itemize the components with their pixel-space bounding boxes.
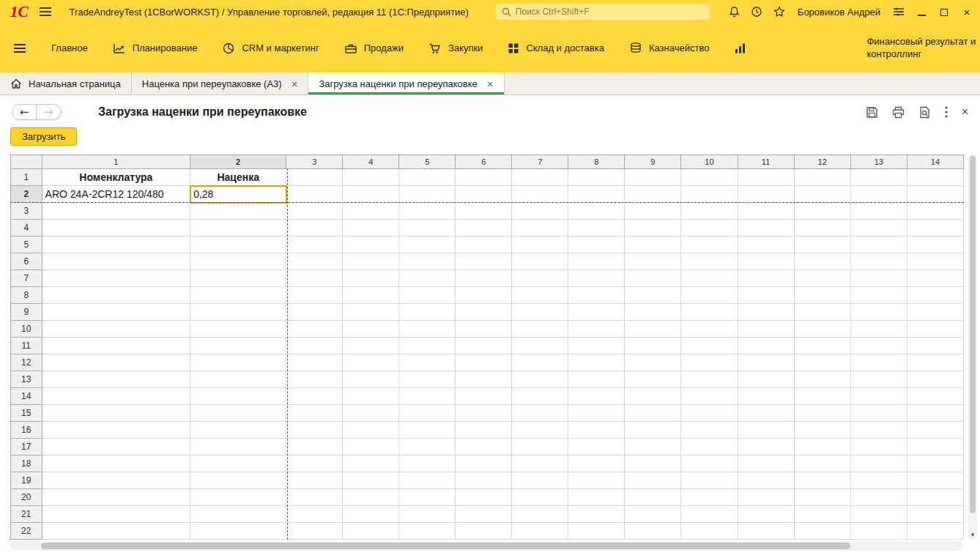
cell-r18c1[interactable] [42,455,190,472]
cell-r11c6[interactable] [456,338,512,354]
cell-r8c13[interactable] [850,287,907,304]
cell-r17c12[interactable] [794,439,850,455]
global-search-box[interactable] [496,4,710,20]
cell-r3c6[interactable] [456,203,512,220]
col-header-14[interactable]: 14 [907,155,963,169]
cell-r11c2[interactable] [190,338,286,354]
cell-r14c4[interactable] [343,388,399,405]
cell-r8c2[interactable] [190,287,286,304]
favorites-star-icon[interactable] [773,6,785,18]
sections-menu-icon[interactable] [13,43,26,53]
scroll-down-icon[interactable]: ▾ [968,531,977,538]
cell-r7c2[interactable] [190,270,286,287]
cell-r16c5[interactable] [399,422,456,439]
cell-r22c7[interactable] [512,523,568,540]
cell-r6c3[interactable] [286,253,343,270]
cell-r15c13[interactable] [850,405,907,422]
cell-r15c7[interactable] [512,405,568,422]
cell-r8c12[interactable] [794,287,850,304]
cell-r12c6[interactable] [456,354,512,371]
cell-r16c4[interactable] [343,422,399,439]
main-menu-icon[interactable] [39,7,52,17]
cell-r10c5[interactable] [399,321,456,338]
cell-r14c9[interactable] [625,388,681,405]
cell-r19c3[interactable] [286,472,343,489]
cell-r7c7[interactable] [512,270,568,287]
cell-r2c7[interactable] [512,186,568,203]
cell-r21c7[interactable] [512,506,568,523]
cell-r8c4[interactable] [343,287,399,304]
cell-r22c2[interactable] [190,523,286,540]
cell-r17c13[interactable] [850,439,907,455]
section-prodazhi[interactable]: Продажи [344,42,404,54]
row-header-19[interactable]: 19 [11,472,42,489]
cell-r12c14[interactable] [907,354,963,371]
cell-r13c14[interactable] [907,371,963,388]
cell-r11c4[interactable] [343,338,399,354]
cell-r21c3[interactable] [286,506,343,523]
col-header-3[interactable]: 3 [286,155,343,169]
cell-r15c1[interactable] [42,405,190,422]
close-window-icon[interactable]: × [961,6,973,18]
cell-r22c11[interactable] [738,523,794,540]
forward-button[interactable]: → [37,104,62,120]
tab-nacenka-a3[interactable]: Наценка при переупаковке (А3) × [132,72,309,94]
cell-r20c5[interactable] [399,489,456,506]
cell-r12c3[interactable] [286,354,343,371]
cell-r11c8[interactable] [568,338,625,354]
cell-r18c2[interactable] [190,455,286,472]
vertical-scrollbar[interactable]: ▾ [968,155,977,540]
spreadsheet[interactable]: 12345678910111213141НоменклатураНаценка2… [10,155,964,540]
cell-r4c1[interactable] [42,220,190,237]
cell-r16c11[interactable] [738,422,794,439]
cell-r6c5[interactable] [399,253,456,270]
cell-r15c2[interactable] [190,405,286,422]
cell-r2c6[interactable] [456,186,512,203]
cell-r12c11[interactable] [738,354,794,371]
cell-r12c8[interactable] [568,354,625,371]
cell-r19c12[interactable] [794,472,850,489]
cell-r19c10[interactable] [681,472,738,489]
cell-r8c5[interactable] [399,287,456,304]
vertical-scrollbar-thumb[interactable] [970,156,976,513]
preview-icon[interactable] [918,106,931,119]
cell-r21c6[interactable] [456,506,512,523]
cell-r17c1[interactable] [42,439,190,455]
col-header-9[interactable]: 9 [625,155,681,169]
minimize-icon[interactable] [916,6,927,18]
cell-r20c1[interactable] [42,489,190,506]
cell-r6c9[interactable] [625,253,681,270]
notifications-bell-icon[interactable] [729,6,740,18]
cell-r21c12[interactable] [794,506,850,523]
cell-r3c13[interactable] [850,203,907,220]
cell-r14c10[interactable] [681,388,738,405]
col-header-8[interactable]: 8 [568,155,625,169]
cell-r3c5[interactable] [399,203,456,220]
cell-r5c13[interactable] [850,237,907,253]
row-header-17[interactable]: 17 [11,439,42,455]
cell-r18c11[interactable] [738,455,794,472]
cell-r21c14[interactable] [907,506,963,523]
cell-r18c14[interactable] [907,455,963,472]
cell-r10c11[interactable] [738,321,794,338]
cell-r2c8[interactable] [568,186,625,203]
cell-r5c12[interactable] [794,237,850,253]
cell-r13c5[interactable] [399,371,456,388]
cell-r13c6[interactable] [456,371,512,388]
section-sklad[interactable]: Склад и доставка [508,42,604,54]
cell-r19c11[interactable] [738,472,794,489]
cell-r9c2[interactable] [190,304,286,321]
cell-r18c5[interactable] [399,455,456,472]
cell-r9c8[interactable] [568,304,625,321]
cell-r14c3[interactable] [286,388,343,405]
cell-r7c5[interactable] [399,270,456,287]
cell-r17c4[interactable] [343,439,399,455]
row-header-14[interactable]: 14 [11,388,42,405]
section-finrezultat[interactable]: Финансовый результат и контроллинг [734,36,980,60]
row-header-9[interactable]: 9 [11,304,42,321]
cell-r4c4[interactable] [343,220,399,237]
cell-r4c2[interactable] [190,220,286,237]
cell-r4c14[interactable] [907,220,963,237]
cell-r22c3[interactable] [286,523,343,540]
cell-r20c2[interactable] [190,489,286,506]
